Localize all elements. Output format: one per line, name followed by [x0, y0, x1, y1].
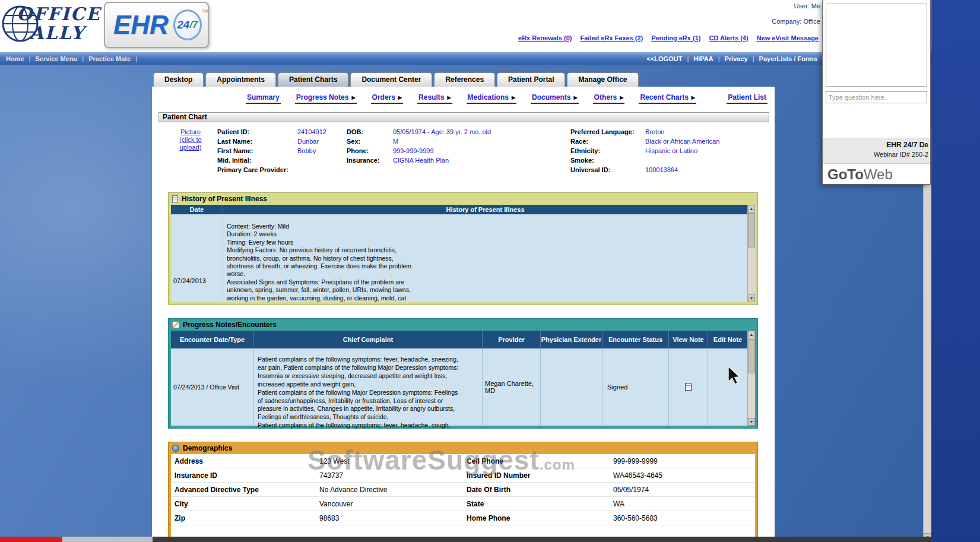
scroll-down-button[interactable]: ▼ — [748, 418, 755, 426]
tab-references[interactable]: References — [434, 72, 495, 87]
scroll-down-button[interactable]: ▼ — [748, 294, 755, 302]
erx-links-bar: eRx Renewals (0) Failed eRx Faxes (2) Pe… — [518, 34, 819, 42]
race-value: Black or African American — [645, 137, 773, 146]
progress-notes-scrollbar[interactable]: ▲ ▼ — [747, 331, 755, 426]
link-new-evisit-message[interactable]: New eVisit Message — [757, 34, 819, 42]
column-header-chief-complaint: Chief Complaint — [254, 331, 483, 348]
demo-label: State — [467, 500, 613, 508]
hpi-table-header: Date History of Present Illness — [171, 205, 747, 214]
column-header-hpi: History of Present Illness — [223, 205, 747, 214]
subnav-label: Medications — [468, 93, 509, 102]
field-label: Mid. Initial: — [217, 156, 297, 165]
subnav-recent-charts[interactable]: Recent Charts▶ — [639, 93, 696, 104]
column-header-edit-note: Edit Note — [708, 331, 747, 348]
demo-value: 999-999-9999 — [613, 457, 755, 465]
demographics-table: Address 123 West Cell Phone 999-999-9999… — [171, 454, 755, 542]
patient-contact-fields: DOB: 05/05/1974 - Age: 39 yr. 2 mo. old … — [347, 127, 571, 165]
tab-document-center[interactable]: Document Center — [350, 72, 432, 87]
field-label: Preferred Language: — [570, 127, 645, 137]
view-note-cell — [669, 348, 708, 426]
insurance-value: CIGNA Health Plan — [393, 156, 571, 165]
demo-label: Advanced Directive Type — [175, 486, 319, 494]
nav-hipaa[interactable]: HIPAA — [693, 55, 713, 62]
field-label: Ethnicity: — [570, 146, 645, 156]
smoke-value — [645, 156, 773, 165]
subnav-patient-list[interactable]: Patient List — [727, 93, 767, 104]
subnav-results[interactable]: Results▶ — [417, 93, 452, 104]
nav-payerlists-forms[interactable]: PayerLists / Forms — [759, 55, 817, 62]
subnav-orders[interactable]: Orders▶ — [371, 93, 404, 104]
tab-desktop[interactable]: Desktop — [153, 72, 204, 87]
submenu-arrow-icon: ▶ — [398, 95, 402, 100]
tab-patient-charts[interactable]: Patient Charts — [278, 72, 348, 87]
link-cd-alerts[interactable]: CD Alerts (4) — [709, 34, 748, 42]
demo-label: Insurance ID — [175, 471, 319, 480]
tab-manage-office[interactable]: Manage Office — [567, 72, 638, 87]
content-panel: Summary Progress Notes▶ Orders▶ Results▶… — [152, 87, 775, 541]
demo-value: WA46543-4645 — [613, 471, 755, 480]
scrollbar-thumb[interactable] — [748, 213, 755, 248]
field-label: First Name: — [217, 146, 297, 156]
table-row: Advanced Directive Type No Advance Direc… — [171, 483, 755, 497]
table-row: Address 123 West Cell Phone 999-999-9999 — [171, 454, 755, 468]
link-pending-erx[interactable]: Pending eRx (1) — [651, 34, 700, 42]
office-ally-line2: ALLY — [17, 24, 101, 43]
app-header: OFFICE ALLY EHR 24 /7 TM User: Me Compan… — [0, 0, 931, 52]
nav-left-links: Home Service Menu Practice Mate — [0, 55, 137, 62]
progress-notes-header: Progress Notes/Encounters — [169, 319, 757, 331]
progress-notes-section: Progress Notes/Encounters Encounter Date… — [168, 318, 758, 429]
separator — [135, 55, 137, 62]
ehr-247-logo: EHR 24 /7 TM — [104, 2, 209, 48]
gotowebinar-logo: GoToWeb — [827, 166, 893, 183]
column-header-encounter-date: Encounter Date/Type — [171, 331, 254, 348]
nav-privacy[interactable]: Privacy — [725, 55, 748, 62]
hpi-text-cell: Context: Severity: Mild Duration: 2 week… — [223, 214, 747, 302]
subnav-label: Progress Notes — [296, 93, 349, 102]
demo-value: 123 West — [319, 457, 467, 465]
field-label: Last Name: — [217, 137, 297, 146]
nav-right-links: <<LOGOUT HIPAA Privacy PayerLists / Form… — [647, 55, 818, 62]
subnav-medications[interactable]: Medications▶ — [467, 93, 517, 104]
dob-value: 05/05/1974 - Age: 39 yr. 2 mo. old — [393, 127, 571, 137]
hpi-section: History of Present Illness Date History … — [168, 192, 758, 305]
webinar-logo-text: Web — [864, 166, 893, 182]
table-row: Insurance ID 743737 Insured ID Number WA… — [171, 468, 755, 483]
field-label: Smoke: — [570, 156, 645, 165]
progress-notes-table-header: Encounter Date/Type Chief Complaint Prov… — [171, 331, 747, 348]
demo-label: Date Of Birth — [467, 486, 613, 494]
separator — [753, 55, 754, 62]
link-failed-erx-faxes[interactable]: Failed eRx Faxes (2) — [581, 34, 643, 42]
question-input[interactable] — [826, 91, 927, 103]
hpi-scrollbar[interactable]: ▲ ▼ — [747, 205, 755, 302]
nav-service-menu[interactable]: Service Menu — [35, 55, 77, 62]
note-icon — [172, 321, 179, 328]
badge-24: 24 — [177, 18, 189, 31]
view-note-document-icon[interactable] — [685, 383, 692, 391]
subnav-documents[interactable]: Documents▶ — [531, 93, 579, 104]
picture-upload-link[interactable]: Picture (click to upload) — [173, 128, 208, 151]
demo-label: Zip — [175, 514, 319, 522]
subnav-progress-notes[interactable]: Progress Notes▶ — [295, 93, 357, 104]
scroll-up-button[interactable]: ▲ — [748, 331, 755, 338]
nav-home[interactable]: Home — [6, 55, 24, 62]
tab-patient-portal[interactable]: Patient Portal — [497, 72, 565, 87]
subnav-label: Results — [418, 93, 444, 102]
demo-label: Home Phone — [467, 514, 613, 522]
scroll-up-button[interactable]: ▲ — [748, 205, 755, 213]
demographics-header: Demographics — [169, 442, 757, 454]
office-ally-wordmark: OFFICE ALLY — [17, 5, 101, 43]
edit-note-cell — [708, 348, 747, 426]
demo-value: Vancouver — [319, 500, 467, 508]
nav-practice-mate[interactable]: Practice Mate — [88, 55, 131, 62]
link-erx-renewals[interactable]: eRx Renewals (0) — [518, 34, 572, 42]
subnav-label: Documents — [532, 93, 570, 102]
video-progress-bar[interactable] — [0, 537, 931, 542]
goto-logo-text: GoTo — [827, 166, 864, 182]
scrollbar-thumb[interactable] — [748, 339, 755, 373]
nav-logout[interactable]: <<LOGOUT — [647, 55, 683, 62]
separator — [29, 55, 31, 62]
subnav-summary[interactable]: Summary — [246, 93, 281, 104]
desktop-edge — [931, 0, 980, 542]
subnav-others[interactable]: Others▶ — [593, 93, 625, 104]
tab-appointments[interactable]: Appointments — [205, 72, 276, 87]
